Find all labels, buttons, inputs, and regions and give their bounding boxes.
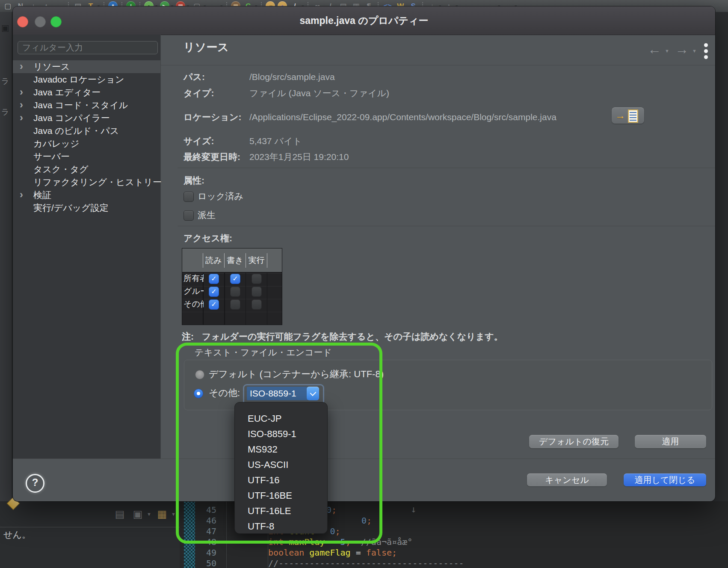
pin-console-icon[interactable]: ▤ (112, 506, 127, 522)
chevron-right-icon: › (20, 112, 23, 124)
open-console-icon[interactable]: ▦ (155, 506, 169, 522)
permission-checkbox[interactable] (230, 287, 240, 297)
permission-checkbox[interactable] (252, 299, 262, 310)
left-strip-fragment: ▣ (1, 23, 9, 33)
note-label: 注: (182, 331, 194, 343)
line-number: 45 (199, 505, 216, 515)
permission-checkbox[interactable]: ✓ (230, 274, 240, 284)
sidebar-item-label: 実行/デバッグ設定 (33, 201, 109, 214)
sidebar-item-label: Javadoc ロケーション (33, 73, 124, 86)
encoding-option[interactable]: UTF-16LE (235, 503, 327, 519)
locked-label: ロック済み (198, 191, 243, 201)
default-encoding-label: デフォルト (コンテナーから継承: UTF-8) (209, 369, 384, 379)
filter-input[interactable] (18, 41, 158, 54)
code-text: 0; (326, 505, 337, 515)
chevron-right-icon: › (20, 99, 23, 111)
back-icon[interactable]: ← (648, 42, 661, 56)
code-token: //ãã¬ã¤åæ° (361, 537, 412, 547)
show-in-system-explorer-button[interactable]: → (612, 107, 644, 124)
divider (178, 168, 715, 168)
permission-checkbox[interactable]: ✓ (209, 274, 219, 284)
encoding-combo[interactable]: ISO-8859-1 (247, 387, 308, 400)
document-icon (628, 109, 638, 123)
apply-button[interactable]: 適用 (635, 435, 706, 448)
sidebar-item-label: タスク・タグ (33, 163, 88, 176)
display-selected-console-icon[interactable]: ▣ (130, 506, 145, 522)
code-text: 0; (361, 515, 372, 526)
sidebar-item[interactable]: タスク・タグ (13, 163, 160, 176)
encoding-group-label: テキスト・ファイル・エンコード (195, 346, 332, 358)
sidebar-item[interactable]: リファクタリング・ヒストリー (13, 176, 160, 189)
sidebar-item[interactable]: ›Java エディター (13, 86, 160, 99)
sidebar-item[interactable]: ›リソース (13, 60, 160, 73)
code-line: 50//------------------------------------ (180, 558, 728, 568)
forward-dropdown-icon[interactable]: ▼ (692, 48, 697, 53)
encoding-option[interactable]: EUC-JP (235, 411, 327, 426)
apply-and-close-button[interactable]: 適用して閉じる (624, 473, 706, 486)
sidebar-item-label: リソース (33, 60, 70, 73)
sidebar-item-label: Java コード・スタイル (33, 99, 128, 112)
derived-checkbox[interactable] (183, 210, 194, 221)
encoding-option[interactable]: UTF-8 (235, 519, 327, 534)
encoding-option[interactable]: US-ASCII (235, 457, 327, 473)
permission-checkbox[interactable] (230, 299, 240, 310)
code-text: //------------------------------------ (268, 558, 464, 568)
location-label: ロケーション: (183, 112, 241, 122)
new-wizard-icon[interactable]: ▢ (3, 1, 13, 11)
line-number: 47 (199, 526, 216, 537)
cancel-button[interactable]: キャンセル (527, 473, 607, 486)
restore-defaults-button[interactable]: デフォルトの復元 (529, 435, 619, 448)
sidebar-item[interactable]: Javadoc ロケーション (13, 73, 160, 86)
properties-dialog: sample.java のプロパティー ›リソースJavadoc ロケーション›… (13, 6, 715, 501)
size-value: 5,437 バイト (249, 136, 302, 146)
encoding-option[interactable]: MS932 (235, 442, 327, 457)
column-execute: 実行 (246, 248, 267, 272)
code-token: int (268, 537, 289, 547)
code-token: false (366, 547, 392, 558)
code-token: ; (367, 515, 372, 526)
footer-divider (13, 459, 715, 459)
other-encoding-radio[interactable] (194, 389, 203, 398)
permission-row-label: 所有者 (182, 272, 204, 285)
code-token: 5 (340, 537, 346, 547)
sidebar-item-label: サーバー (33, 150, 70, 163)
sidebar-item[interactable]: Java のビルド・パス (13, 124, 160, 137)
permission-checkbox[interactable] (252, 287, 262, 297)
sidebar-item[interactable]: ›Java コンパイラー (13, 112, 160, 124)
code-token: = (325, 537, 340, 547)
type-value: ファイル (Java ソース・ファイル) (249, 88, 389, 98)
sidebar-item[interactable]: カバレッジ (13, 137, 160, 150)
combo-dropdown-button[interactable] (307, 387, 319, 400)
new-wizard-icon-glyph: ▢ (4, 3, 11, 10)
encoding-option[interactable]: ISO-8859-1 (235, 426, 327, 442)
permission-checkbox[interactable] (252, 274, 262, 284)
overflow-menu-icon[interactable] (704, 43, 709, 60)
code-token: ; (331, 505, 337, 515)
size-label: サイズ: (183, 136, 214, 146)
encoding-option[interactable]: UTF-16BE (235, 488, 327, 503)
dropdown-arrow-icon[interactable]: ▼ (147, 512, 151, 517)
sidebar-item[interactable]: サーバー (13, 150, 160, 163)
sidebar-item[interactable]: ›検証 (13, 189, 160, 201)
dropdown-arrow-icon[interactable]: ▼ (171, 512, 176, 517)
left-edge-strip: ▣ ラ ラ (0, 12, 12, 568)
console-toolbar: ▤▣▼▦▼ (112, 506, 176, 522)
permissions-header: 読み 書き 実行 (182, 248, 282, 272)
permission-checkbox[interactable]: ✓ (209, 287, 219, 297)
encoding-option[interactable]: UTF-16 (235, 473, 327, 488)
sidebar-item-label: Java エディター (33, 86, 101, 99)
help-button[interactable]: ? (26, 474, 44, 493)
locked-checkbox[interactable] (183, 192, 194, 202)
line-number: 48 (199, 537, 216, 547)
note-text: フォルダーの実行可能フラグを除去すると、その子は読めなくなります。 (202, 331, 503, 343)
dialog-titlebar[interactable]: sample.java のプロパティー (13, 6, 715, 35)
code-text: int maxPlay = 5; //ãã¬ã¤åæ° (268, 537, 412, 547)
back-dropdown-icon[interactable]: ▼ (665, 48, 669, 53)
sidebar-item[interactable]: 実行/デバッグ設定 (13, 201, 160, 214)
forward-icon[interactable]: → (675, 42, 689, 56)
permission-checkbox[interactable]: ✓ (209, 299, 219, 310)
code-text: boolean gameFlag = false; (268, 547, 397, 558)
sidebar-item[interactable]: ›Java コード・スタイル (13, 99, 160, 112)
sidebar-item-label: 検証 (33, 189, 51, 201)
default-encoding-radio[interactable] (195, 370, 204, 379)
